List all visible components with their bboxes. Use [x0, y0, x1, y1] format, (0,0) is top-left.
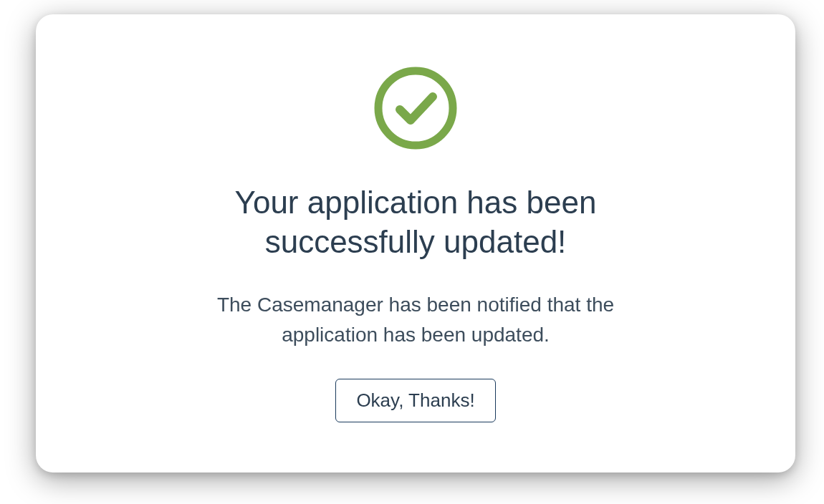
checkmark-circle-icon — [373, 65, 459, 154]
okay-thanks-button[interactable]: Okay, Thanks! — [335, 379, 495, 422]
modal-message: The Casemanager has been notified that t… — [186, 290, 645, 350]
svg-point-0 — [378, 71, 453, 145]
success-modal: Your application has been successfully u… — [36, 14, 795, 472]
modal-title: Your application has been successfully u… — [158, 183, 674, 261]
